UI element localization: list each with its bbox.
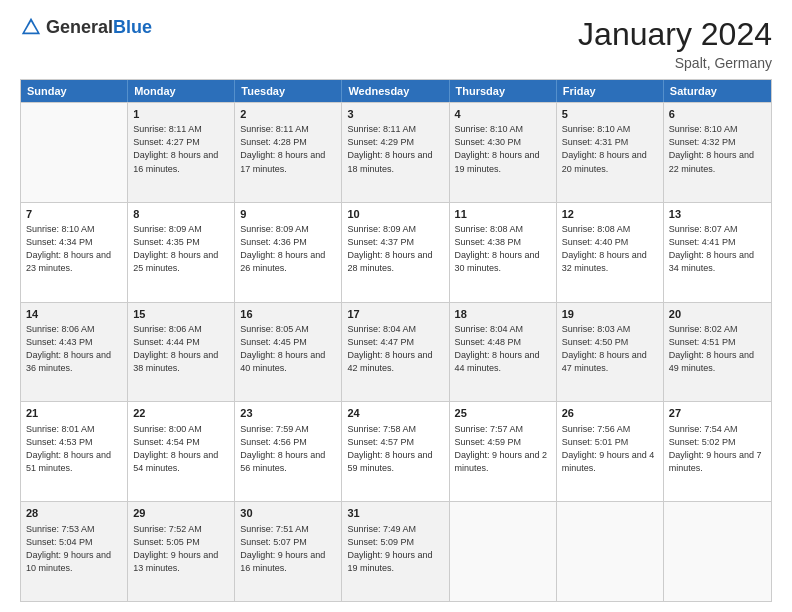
logo-icon xyxy=(20,16,42,38)
day-number: 30 xyxy=(240,506,336,521)
cell-details: Sunrise: 8:10 AMSunset: 4:34 PMDaylight:… xyxy=(26,223,122,275)
cell-details: Sunrise: 8:09 AMSunset: 4:37 PMDaylight:… xyxy=(347,223,443,275)
day-number: 31 xyxy=(347,506,443,521)
cell-details: Sunrise: 8:09 AMSunset: 4:36 PMDaylight:… xyxy=(240,223,336,275)
calendar-cell: 19Sunrise: 8:03 AMSunset: 4:50 PMDayligh… xyxy=(557,303,664,402)
calendar: Sunday Monday Tuesday Wednesday Thursday… xyxy=(20,79,772,602)
cell-details: Sunrise: 8:10 AMSunset: 4:31 PMDaylight:… xyxy=(562,123,658,175)
day-number: 1 xyxy=(133,107,229,122)
cell-details: Sunrise: 8:10 AMSunset: 4:30 PMDaylight:… xyxy=(455,123,551,175)
calendar-week-4: 21Sunrise: 8:01 AMSunset: 4:53 PMDayligh… xyxy=(21,401,771,501)
calendar-cell: 25Sunrise: 7:57 AMSunset: 4:59 PMDayligh… xyxy=(450,402,557,501)
cell-details: Sunrise: 8:03 AMSunset: 4:50 PMDaylight:… xyxy=(562,323,658,375)
calendar-cell xyxy=(664,502,771,601)
calendar-cell xyxy=(21,103,128,202)
cell-details: Sunrise: 8:09 AMSunset: 4:35 PMDaylight:… xyxy=(133,223,229,275)
calendar-week-1: 1Sunrise: 8:11 AMSunset: 4:27 PMDaylight… xyxy=(21,102,771,202)
cell-details: Sunrise: 8:11 AMSunset: 4:28 PMDaylight:… xyxy=(240,123,336,175)
header-friday: Friday xyxy=(557,80,664,102)
cell-details: Sunrise: 7:49 AMSunset: 5:09 PMDaylight:… xyxy=(347,523,443,575)
cell-details: Sunrise: 8:11 AMSunset: 4:29 PMDaylight:… xyxy=(347,123,443,175)
cell-details: Sunrise: 8:11 AMSunset: 4:27 PMDaylight:… xyxy=(133,123,229,175)
cell-details: Sunrise: 7:52 AMSunset: 5:05 PMDaylight:… xyxy=(133,523,229,575)
day-number: 28 xyxy=(26,506,122,521)
day-number: 6 xyxy=(669,107,766,122)
cell-details: Sunrise: 7:54 AMSunset: 5:02 PMDaylight:… xyxy=(669,423,766,475)
header-saturday: Saturday xyxy=(664,80,771,102)
header: GeneralBlue January 2024 Spalt, Germany xyxy=(20,16,772,71)
day-number: 12 xyxy=(562,207,658,222)
page: GeneralBlue January 2024 Spalt, Germany … xyxy=(0,0,792,612)
header-tuesday: Tuesday xyxy=(235,80,342,102)
cell-details: Sunrise: 8:06 AMSunset: 4:44 PMDaylight:… xyxy=(133,323,229,375)
day-number: 22 xyxy=(133,406,229,421)
month-title: January 2024 xyxy=(578,16,772,53)
day-number: 19 xyxy=(562,307,658,322)
calendar-cell: 4Sunrise: 8:10 AMSunset: 4:30 PMDaylight… xyxy=(450,103,557,202)
calendar-cell: 30Sunrise: 7:51 AMSunset: 5:07 PMDayligh… xyxy=(235,502,342,601)
calendar-cell: 1Sunrise: 8:11 AMSunset: 4:27 PMDaylight… xyxy=(128,103,235,202)
day-number: 20 xyxy=(669,307,766,322)
calendar-cell: 26Sunrise: 7:56 AMSunset: 5:01 PMDayligh… xyxy=(557,402,664,501)
calendar-cell: 28Sunrise: 7:53 AMSunset: 5:04 PMDayligh… xyxy=(21,502,128,601)
cell-details: Sunrise: 8:01 AMSunset: 4:53 PMDaylight:… xyxy=(26,423,122,475)
calendar-cell: 13Sunrise: 8:07 AMSunset: 4:41 PMDayligh… xyxy=(664,203,771,302)
day-number: 27 xyxy=(669,406,766,421)
calendar-header: Sunday Monday Tuesday Wednesday Thursday… xyxy=(21,80,771,102)
calendar-cell: 29Sunrise: 7:52 AMSunset: 5:05 PMDayligh… xyxy=(128,502,235,601)
cell-details: Sunrise: 8:10 AMSunset: 4:32 PMDaylight:… xyxy=(669,123,766,175)
day-number: 8 xyxy=(133,207,229,222)
day-number: 10 xyxy=(347,207,443,222)
cell-details: Sunrise: 8:04 AMSunset: 4:47 PMDaylight:… xyxy=(347,323,443,375)
calendar-week-5: 28Sunrise: 7:53 AMSunset: 5:04 PMDayligh… xyxy=(21,501,771,601)
calendar-cell: 3Sunrise: 8:11 AMSunset: 4:29 PMDaylight… xyxy=(342,103,449,202)
calendar-cell: 24Sunrise: 7:58 AMSunset: 4:57 PMDayligh… xyxy=(342,402,449,501)
day-number: 29 xyxy=(133,506,229,521)
logo: GeneralBlue xyxy=(20,16,152,38)
calendar-cell: 27Sunrise: 7:54 AMSunset: 5:02 PMDayligh… xyxy=(664,402,771,501)
calendar-cell: 11Sunrise: 8:08 AMSunset: 4:38 PMDayligh… xyxy=(450,203,557,302)
cell-details: Sunrise: 8:05 AMSunset: 4:45 PMDaylight:… xyxy=(240,323,336,375)
calendar-cell: 7Sunrise: 8:10 AMSunset: 4:34 PMDaylight… xyxy=(21,203,128,302)
day-number: 24 xyxy=(347,406,443,421)
logo-blue: Blue xyxy=(113,17,152,37)
day-number: 13 xyxy=(669,207,766,222)
cell-details: Sunrise: 8:08 AMSunset: 4:38 PMDaylight:… xyxy=(455,223,551,275)
logo-general: General xyxy=(46,17,113,37)
cell-details: Sunrise: 7:58 AMSunset: 4:57 PMDaylight:… xyxy=(347,423,443,475)
day-number: 16 xyxy=(240,307,336,322)
day-number: 9 xyxy=(240,207,336,222)
day-number: 5 xyxy=(562,107,658,122)
cell-details: Sunrise: 8:08 AMSunset: 4:40 PMDaylight:… xyxy=(562,223,658,275)
calendar-cell: 16Sunrise: 8:05 AMSunset: 4:45 PMDayligh… xyxy=(235,303,342,402)
cell-details: Sunrise: 7:51 AMSunset: 5:07 PMDaylight:… xyxy=(240,523,336,575)
title-section: January 2024 Spalt, Germany xyxy=(578,16,772,71)
cell-details: Sunrise: 7:53 AMSunset: 5:04 PMDaylight:… xyxy=(26,523,122,575)
calendar-cell: 20Sunrise: 8:02 AMSunset: 4:51 PMDayligh… xyxy=(664,303,771,402)
cell-details: Sunrise: 8:04 AMSunset: 4:48 PMDaylight:… xyxy=(455,323,551,375)
calendar-cell: 14Sunrise: 8:06 AMSunset: 4:43 PMDayligh… xyxy=(21,303,128,402)
calendar-cell: 15Sunrise: 8:06 AMSunset: 4:44 PMDayligh… xyxy=(128,303,235,402)
day-number: 4 xyxy=(455,107,551,122)
day-number: 15 xyxy=(133,307,229,322)
cell-details: Sunrise: 8:07 AMSunset: 4:41 PMDaylight:… xyxy=(669,223,766,275)
calendar-cell: 9Sunrise: 8:09 AMSunset: 4:36 PMDaylight… xyxy=(235,203,342,302)
header-wednesday: Wednesday xyxy=(342,80,449,102)
day-number: 21 xyxy=(26,406,122,421)
day-number: 25 xyxy=(455,406,551,421)
logo-text: GeneralBlue xyxy=(46,18,152,37)
cell-details: Sunrise: 8:02 AMSunset: 4:51 PMDaylight:… xyxy=(669,323,766,375)
calendar-cell: 2Sunrise: 8:11 AMSunset: 4:28 PMDaylight… xyxy=(235,103,342,202)
calendar-cell: 31Sunrise: 7:49 AMSunset: 5:09 PMDayligh… xyxy=(342,502,449,601)
calendar-cell: 21Sunrise: 8:01 AMSunset: 4:53 PMDayligh… xyxy=(21,402,128,501)
calendar-cell: 22Sunrise: 8:00 AMSunset: 4:54 PMDayligh… xyxy=(128,402,235,501)
day-number: 23 xyxy=(240,406,336,421)
calendar-cell: 23Sunrise: 7:59 AMSunset: 4:56 PMDayligh… xyxy=(235,402,342,501)
cell-details: Sunrise: 7:56 AMSunset: 5:01 PMDaylight:… xyxy=(562,423,658,475)
day-number: 26 xyxy=(562,406,658,421)
day-number: 14 xyxy=(26,307,122,322)
day-number: 18 xyxy=(455,307,551,322)
day-number: 17 xyxy=(347,307,443,322)
calendar-cell: 17Sunrise: 8:04 AMSunset: 4:47 PMDayligh… xyxy=(342,303,449,402)
calendar-cell: 10Sunrise: 8:09 AMSunset: 4:37 PMDayligh… xyxy=(342,203,449,302)
